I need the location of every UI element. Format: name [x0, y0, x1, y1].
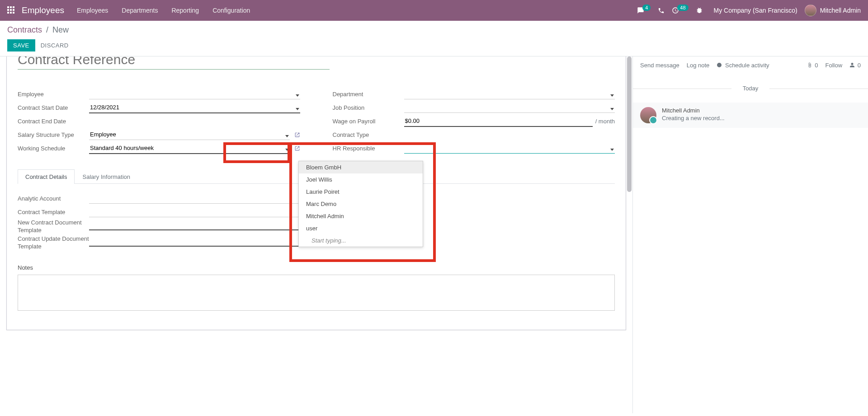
- breadcrumb-root[interactable]: Contracts: [7, 25, 42, 34]
- dropdown-item[interactable]: Bloem GmbH: [299, 161, 423, 173]
- external-link-icon[interactable]: [294, 145, 300, 151]
- contract-template-input[interactable]: [89, 206, 304, 217]
- chatter-date-separator: Today: [633, 85, 868, 92]
- employee-input[interactable]: [89, 89, 300, 99]
- user-avatar: [805, 5, 816, 16]
- chatter-message: Mitchell Admin Creating a new record...: [633, 103, 868, 128]
- label-contract-update-doc-template: Contract Update Document Template: [18, 235, 89, 251]
- label-wage: Wage on Payroll: [333, 118, 404, 125]
- notes-textarea[interactable]: [18, 275, 615, 311]
- vertical-scrollbar[interactable]: [627, 56, 632, 413]
- contract-update-doc-template-input[interactable]: [89, 235, 304, 247]
- chatter-panel: Send message Log note Schedule activity …: [633, 56, 868, 413]
- follow-button[interactable]: Follow: [826, 62, 843, 69]
- message-author: Mitchell Admin: [662, 107, 725, 114]
- activities-icon[interactable]: 48: [672, 7, 688, 14]
- salary-structure-input[interactable]: [89, 129, 290, 140]
- messaging-icon[interactable]: 4: [637, 7, 651, 14]
- contract-type-input[interactable]: [404, 130, 615, 140]
- message-avatar: [640, 107, 656, 123]
- chevron-down-icon[interactable]: [285, 145, 289, 152]
- save-button[interactable]: SAVE: [7, 39, 35, 51]
- external-link-icon[interactable]: [294, 132, 300, 138]
- dropdown-item[interactable]: Mitchell Admin: [299, 210, 423, 222]
- send-message-button[interactable]: Send message: [640, 62, 679, 69]
- chevron-down-icon[interactable]: [296, 105, 299, 112]
- dropdown-start-typing: Start typing...: [299, 234, 423, 247]
- breadcrumb-current: New: [52, 25, 69, 34]
- department-input[interactable]: [404, 89, 615, 99]
- chevron-down-icon[interactable]: [285, 132, 289, 139]
- label-employee: Employee: [18, 91, 89, 98]
- hr-responsible-input[interactable]: [404, 143, 615, 154]
- hr-responsible-dropdown[interactable]: Bloem GmbH Joel Willis Laurie Poiret Mar…: [298, 161, 423, 247]
- new-contract-doc-template-input[interactable]: [89, 219, 304, 230]
- label-contract-type: Contract Type: [333, 131, 404, 138]
- contract-reference-input[interactable]: [18, 56, 330, 70]
- nav-reporting[interactable]: Reporting: [171, 7, 199, 14]
- log-note-button[interactable]: Log note: [687, 62, 710, 69]
- chevron-down-icon[interactable]: [610, 91, 614, 98]
- label-salary-structure: Salary Structure Type: [18, 131, 89, 138]
- activities-badge: 48: [677, 5, 688, 11]
- label-contract-template: Contract Template: [18, 209, 89, 215]
- label-department: Department: [333, 91, 404, 98]
- form-area: Employee Contract Start Date Contract En…: [0, 56, 633, 413]
- nav-configuration[interactable]: Configuration: [212, 7, 250, 14]
- discard-button[interactable]: DISCARD: [41, 40, 69, 51]
- chevron-down-icon[interactable]: [610, 105, 614, 112]
- messages-badge: 4: [642, 5, 651, 11]
- debug-icon[interactable]: [696, 7, 703, 14]
- label-job-position: Job Position: [333, 104, 404, 111]
- followers-count[interactable]: 0: [849, 62, 861, 69]
- label-working-schedule: Working Schedule: [18, 145, 89, 152]
- schedule-activity-button[interactable]: Schedule activity: [717, 62, 769, 69]
- message-text: Creating a new record...: [662, 115, 725, 122]
- user-name: Mitchell Admin: [820, 7, 861, 14]
- end-date-input[interactable]: [89, 116, 300, 126]
- label-hr-responsible: HR Responsible: [333, 145, 404, 152]
- tab-contract-details[interactable]: Contract Details: [18, 169, 75, 184]
- apps-icon[interactable]: [7, 6, 15, 14]
- nav-departments[interactable]: Departments: [122, 7, 158, 14]
- label-end-date: Contract End Date: [18, 118, 89, 125]
- breadcrumb: Contracts / New: [7, 25, 861, 35]
- job-position-input[interactable]: [404, 102, 615, 113]
- wage-unit: / month: [595, 118, 615, 125]
- wage-input[interactable]: [404, 116, 593, 127]
- label-start-date: Contract Start Date: [18, 104, 89, 111]
- working-schedule-input[interactable]: [89, 143, 290, 154]
- label-analytic-account: Analytic Account: [18, 195, 89, 202]
- analytic-account-input[interactable]: [89, 193, 304, 204]
- dropdown-item[interactable]: Marc Demo: [299, 198, 423, 210]
- app-brand[interactable]: Employees: [22, 5, 64, 15]
- label-notes: Notes: [18, 264, 615, 271]
- company-selector[interactable]: My Company (San Francisco): [714, 7, 797, 14]
- tab-salary-information[interactable]: Salary Information: [75, 169, 138, 184]
- start-date-input[interactable]: [89, 102, 300, 113]
- nav-employees[interactable]: Employees: [77, 7, 108, 14]
- dropdown-item[interactable]: Laurie Poiret: [299, 186, 423, 198]
- user-menu[interactable]: Mitchell Admin: [805, 5, 861, 16]
- phone-icon[interactable]: [658, 7, 665, 14]
- chevron-down-icon[interactable]: [296, 91, 299, 98]
- dropdown-item[interactable]: Joel Willis: [299, 173, 423, 186]
- dropdown-item[interactable]: user: [299, 222, 423, 234]
- chevron-down-icon[interactable]: [610, 145, 614, 152]
- attachments-button[interactable]: 0: [807, 62, 818, 69]
- label-new-contract-doc-template: New Contract Document Template: [18, 219, 89, 234]
